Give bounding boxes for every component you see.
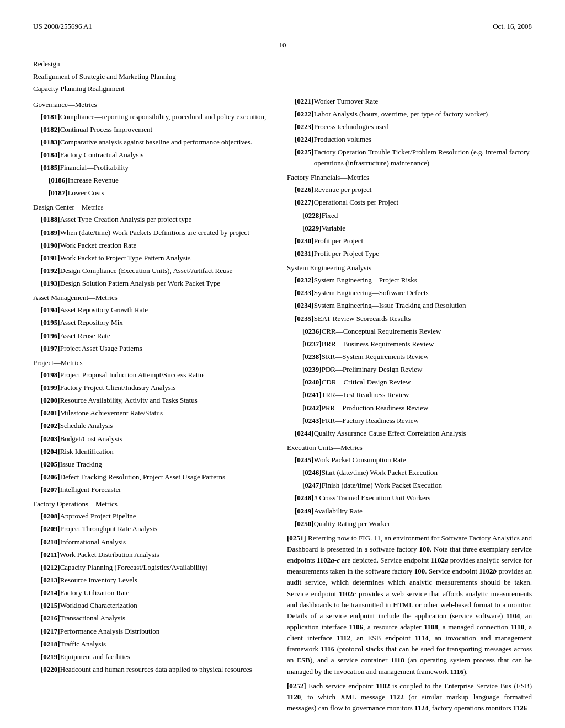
item-0250: [0250] Quality Rating per Worker [287, 518, 532, 529]
patent-date: Oct. 16, 2008 [493, 22, 532, 31]
left-col-full: Governance—Metrics [0181] Compliance—rep… [33, 96, 270, 714]
item-0205: [0205] Issue Tracking [33, 459, 270, 470]
item-0248: [0248] # Cross Trained Execution Unit Wo… [287, 493, 532, 504]
item-0186: [0186] Increase Revenue [33, 175, 270, 186]
item-0198: [0198] Project Proposal Induction Attemp… [33, 370, 270, 381]
item-0210: [0210] Informational Analysis [33, 537, 270, 548]
item-0218: [0218] Traffic Analysis [33, 639, 270, 650]
content-columns: Redesign Realignment of Strategic and Ma… [33, 58, 532, 96]
item-0200: [0200] Resource Availability, Activity a… [33, 395, 270, 406]
item-0233: [0233] System Engineering—Software Defec… [287, 287, 532, 298]
item-0192: [0192] Design Compliance (Execution Unit… [33, 265, 270, 276]
page: US 2008/255696 A1 Oct. 16, 2008 10 Redes… [0, 0, 565, 728]
item-0211: [0211] Work Packet Distribution Analysis [33, 549, 270, 560]
item-0225: [0225] Factory Operation Trouble Ticket/… [287, 147, 532, 169]
item-0220: [0220] Headcount and human resources dat… [33, 664, 270, 675]
right-col-full: [0221] Worker Turnover Rate [0222] Labor… [287, 96, 532, 714]
item-0222: [0222] Labor Analysis (hours, overtime, … [287, 109, 532, 120]
section-execution-units: Execution Units—Metrics [287, 443, 532, 452]
item-0183: [0183] Comparative analysis against base… [33, 137, 270, 148]
right-column-spacer [287, 58, 532, 96]
section-system-engineering: System Engineering Analysis [287, 264, 532, 272]
item-0228: [0228] Fixed [287, 210, 532, 221]
item-0184: [0184] Factory Contractual Analysis [33, 149, 270, 160]
item-0196: [0196] Asset Reuse Rate [33, 330, 270, 341]
item-0247: [0247] Finish (date/time) Work Packet Ex… [287, 480, 532, 491]
item-0230: [0230] Profit per Project [287, 235, 532, 247]
item-0232: [0232] System Engineering—Project Risks [287, 275, 532, 286]
item-0244: [0244] Quality Assurance Cause Effect Co… [287, 428, 532, 439]
item-0238: [0238] SRR—System Requirements Review [287, 351, 532, 362]
item-0226: [0226] Revenue per project [287, 184, 532, 195]
item-0190: [0190] Work Packet creation Rate [33, 240, 270, 251]
item-0194: [0194] Asset Repository Growth Rate [33, 304, 270, 315]
page-number: 10 [33, 41, 532, 50]
item-0187: [0187] Lower Costs [33, 188, 270, 199]
item-0207: [0207] Intelligent Forecaster [33, 484, 270, 495]
item-0229: [0229] Variable [287, 223, 532, 234]
item-0224: [0224] Production volumes [287, 134, 532, 145]
item-0231: [0231] Profit per Project Type [287, 248, 532, 259]
line-realignment: Realignment of Strategic and Marketing P… [33, 71, 270, 82]
section-governance: Governance—Metrics [33, 100, 270, 109]
item-0202: [0202] Schedule Analysis [33, 420, 270, 431]
item-0181: [0181] Compliance—reporting responsibili… [33, 111, 270, 122]
item-0223: [0223] Process technologies used [287, 121, 532, 132]
item-0204: [0204] Risk Identification [33, 446, 270, 457]
item-0243: [0243] FRR—Factory Readiness Review [287, 415, 532, 426]
section-project: Project—Metrics [33, 358, 270, 367]
item-0206: [0206] Defect Tracking Resolution, Proje… [33, 472, 270, 483]
item-0237: [0237] BRR—Business Requirements Review [287, 339, 532, 350]
section-design-center: Design Center—Metrics [33, 203, 270, 212]
para-0251: [0251] Referring now to FIG. 11, an envi… [287, 533, 532, 677]
item-0193: [0193] Design Solution Pattern Analysis … [33, 278, 270, 289]
item-0182: [0182] Continual Process Improvement [33, 124, 270, 135]
item-0214: [0214] Factory Utilization Rate [33, 587, 270, 598]
item-0216: [0216] Transactional Analysis [33, 613, 270, 624]
item-0240: [0240] CDR—Critical Design Review [287, 377, 532, 388]
item-0195: [0195] Asset Repository Mix [33, 317, 270, 328]
left-column: Redesign Realignment of Strategic and Ma… [33, 58, 270, 96]
item-0249: [0249] Availability Rate [287, 506, 532, 517]
item-0201: [0201] Milestone Achievement Rate/Status [33, 408, 270, 419]
item-0241: [0241] TRR—Test Readiness Review [287, 389, 532, 400]
item-0219: [0219] Equipment and facilities [33, 651, 270, 662]
item-0215: [0215] Workload Characterization [33, 600, 270, 611]
section-factory-ops: Factory Operations—Metrics [33, 500, 270, 508]
item-0235: [0235] SEAT Review Scorecards Results [287, 313, 532, 324]
item-0212: [0212] Capacity Planning (Forecast/Logis… [33, 562, 270, 573]
item-0208: [0208] Approved Project Pipeline [33, 511, 270, 522]
item-0209: [0209] Project Throughput Rate Analysis [33, 523, 270, 534]
line-redesign: Redesign [33, 58, 270, 69]
section-asset-management: Asset Management—Metrics [33, 293, 270, 302]
item-0189: [0189] When (date/time) Work Packets Def… [33, 227, 270, 238]
item-0245: [0245] Work Packet Consumption Rate [287, 454, 532, 465]
item-0185: [0185] Financial—Profitability [33, 162, 270, 173]
line-capacity: Capacity Planning Realignment [33, 83, 270, 94]
item-0236: [0236] CRR—Conceptual Requirements Revie… [287, 326, 532, 337]
item-0203: [0203] Budget/Cost Analysis [33, 433, 270, 445]
page-header: US 2008/255696 A1 Oct. 16, 2008 [33, 22, 532, 31]
item-0217: [0217] Performance Analysis Distribution [33, 626, 270, 637]
item-0221: [0221] Worker Turnover Rate [287, 96, 532, 107]
item-0213: [0213] Resource Inventory Levels [33, 575, 270, 586]
patent-number: US 2008/255696 A1 [33, 22, 92, 31]
item-0188: [0188] Asset Type Creation Analysis per … [33, 214, 270, 225]
main-content: Governance—Metrics [0181] Compliance—rep… [33, 96, 532, 714]
para-0252: [0252] Each service endpoint 1102 is cou… [287, 681, 532, 714]
item-0242: [0242] PRR—Production Readiness Review [287, 403, 532, 414]
item-0197: [0197] Project Asset Usage Patterns [33, 343, 270, 354]
item-0199: [0199] Factory Project Client/Industry A… [33, 382, 270, 393]
section-factory-financials: Factory Financials—Metrics [287, 173, 532, 182]
item-0191: [0191] Work Packet to Project Type Patte… [33, 253, 270, 264]
item-0246: [0246] Start (date/time) Work Packet Exe… [287, 467, 532, 478]
item-0227: [0227] Operational Costs per Project [287, 197, 532, 208]
item-0239: [0239] PDR—Preliminary Design Review [287, 364, 532, 375]
item-0234: [0234] System Engineering—Issue Tracking… [287, 300, 532, 311]
